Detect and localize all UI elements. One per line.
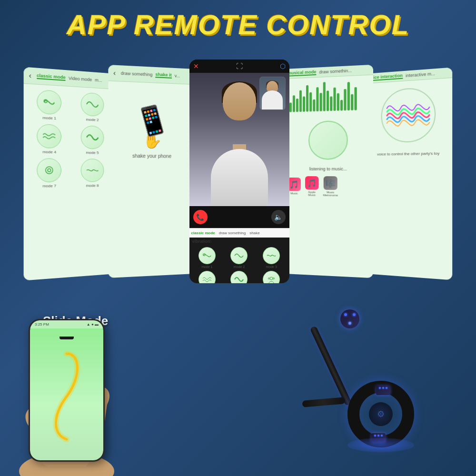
mode-circle-5 — [80, 125, 104, 149]
vmode-circle-3 — [263, 247, 280, 264]
music-tab-2[interactable]: draw somethin... — [319, 68, 352, 75]
svg-line-10 — [85, 371, 86, 381]
video-tab-1[interactable]: classic mode — [191, 231, 215, 235]
list-item[interactable]: mode 8 — [73, 159, 110, 188]
bar-5 — [302, 96, 305, 111]
slide-mode-label: Slide Mode — [43, 314, 108, 328]
shake-tab-active[interactable]: shake it — [155, 72, 171, 79]
mode-circle-2 — [80, 92, 104, 117]
music-circle — [308, 120, 348, 160]
voice-tab-2[interactable]: interactive m... — [406, 71, 435, 78]
video-bluetooth-icon: ⬡ — [280, 62, 286, 70]
bar-13 — [330, 96, 332, 111]
music-app-label-2: Apple Music — [305, 190, 319, 196]
vmode-circle-2 — [230, 247, 248, 264]
end-call-btn[interactable]: 📞 — [193, 210, 208, 224]
voice-wave-display — [381, 87, 435, 143]
music-app-2[interactable]: 🎵 Apple Music — [305, 176, 319, 197]
list-item[interactable]: mode 7 — [29, 158, 69, 188]
vmode-1-label: mode 1 — [201, 265, 212, 268]
volume-btn[interactable]: 🔈 — [271, 210, 286, 224]
video-expand-btn[interactable]: ⛶ — [236, 62, 243, 70]
bar-7 — [309, 92, 312, 112]
list-item[interactable]: mode 2 — [73, 92, 110, 123]
bottom-area: Slide Mode 3:25 PM ▲ ● ▬ — [0, 286, 476, 476]
video-mode-tabs: classic mode draw something shake — [189, 228, 289, 238]
page-title: APP REMOTE CONTROL — [0, 0, 476, 40]
classic-mode-grid: mode 1 mode 2 mode 4 mode 5 — [23, 84, 115, 194]
slide-phone-screen: 3:25 PM ▲ ● ▬ — [30, 320, 103, 460]
shake-instruction: shake your phone — [132, 153, 171, 159]
phone-time: 3:25 PM — [35, 322, 49, 327]
list-item[interactable]: mode 1 — [192, 247, 222, 268]
video-call-panel: Video Call ✕ ⛶ ⬡ 📞 🔈 — [189, 60, 289, 283]
person-body — [211, 149, 268, 206]
video-tab-3[interactable]: shake — [249, 231, 259, 235]
vmode-2-label: mode 2 — [234, 265, 245, 268]
vmode-circle-4 — [198, 271, 216, 283]
video-header: ✕ ⛶ ⬡ — [189, 60, 289, 73]
voice-tab-active[interactable]: voice interaction — [368, 73, 402, 81]
video-main-area — [189, 73, 289, 206]
bar-3 — [296, 99, 298, 112]
mode-circle-8 — [80, 159, 104, 182]
shake-mode-panel: Shake Mode ‹ draw something shake it v..… — [108, 65, 194, 278]
music-app-3[interactable]: 🎼 Music Metronome — [323, 176, 337, 197]
svg-point-2 — [48, 169, 50, 171]
vibration-label: vibration: — [189, 238, 289, 245]
bar-14 — [333, 88, 336, 111]
bar-18 — [347, 82, 349, 110]
person-head — [223, 82, 256, 120]
voice-mode-panel: Voice Mode voice interaction interactive… — [366, 67, 452, 280]
classic-back-arrow[interactable]: ‹ — [27, 69, 33, 81]
mode-circle-7 — [37, 158, 61, 182]
list-item[interactable]: mode 4 — [192, 271, 222, 283]
music-app-icon-3: 🎼 — [323, 176, 337, 190]
voice-tabs: voice interaction interactive m... — [366, 67, 452, 84]
list-item[interactable]: mode 3 — [257, 247, 287, 268]
classic-tab-2[interactable]: Video mode — [68, 76, 91, 82]
list-item[interactable]: mode 4 — [29, 124, 69, 155]
list-item[interactable]: mode 5 — [224, 271, 254, 283]
music-tab-active[interactable]: musical mode — [287, 69, 316, 77]
hand-illustration — [0, 309, 133, 476]
svg-point-5 — [268, 278, 270, 279]
video-close-btn[interactable]: ✕ — [193, 62, 199, 70]
video-self-preview — [259, 77, 286, 110]
mode-2-label: mode 2 — [86, 117, 99, 122]
vmode-circle-1 — [198, 247, 216, 264]
music-app-label-3: Music Metronome — [323, 191, 337, 197]
bar-11 — [323, 82, 325, 111]
phone-notch — [60, 337, 74, 339]
phone-status-bar: 3:25 PM ▲ ● ▬ — [30, 320, 103, 328]
bar-2 — [292, 95, 295, 112]
music-app-icon-2: 🎵 — [305, 176, 318, 190]
bar-6 — [306, 85, 308, 112]
bar-10 — [319, 93, 322, 111]
bar-20 — [354, 87, 357, 110]
video-tab-2[interactable]: draw something — [219, 231, 246, 235]
list-item[interactable]: mode 2 — [224, 247, 254, 268]
vmode-circle-6 — [263, 271, 280, 283]
shake-back-arrow[interactable]: ‹ — [111, 67, 118, 79]
product-glow — [347, 438, 414, 452]
video-mode-grid: mode 1 mode 2 mode 3 mode 4 — [189, 245, 289, 283]
product-ring: ⚙ — [347, 381, 414, 447]
music-mode-panel: Music Mode musical mode draw somethin... — [285, 65, 373, 278]
product-container: ⚙ — [286, 305, 438, 462]
slide-curve-svg — [43, 349, 90, 444]
music-app-1[interactable]: 🎵 Music — [287, 178, 300, 195]
shake-tab-1[interactable]: draw something — [120, 71, 152, 77]
classic-tab-3[interactable]: m... — [95, 78, 102, 83]
bar-4 — [299, 90, 301, 112]
music-visualizer — [285, 75, 373, 117]
list-item[interactable]: mode 5 — [73, 125, 110, 155]
list-item[interactable]: mode 6 — [257, 271, 287, 283]
shake-tab-3[interactable]: v... — [174, 73, 179, 79]
classic-mode-panel: Classic Mode ‹ classic mode Video mode m… — [23, 67, 115, 281]
mode-5-label: mode 5 — [86, 150, 99, 155]
mode-8-label: mode 8 — [86, 183, 99, 188]
classic-tab-active[interactable]: classic mode — [36, 73, 65, 81]
svg-point-7 — [19, 452, 114, 476]
list-item[interactable]: mode 1 — [29, 89, 69, 121]
